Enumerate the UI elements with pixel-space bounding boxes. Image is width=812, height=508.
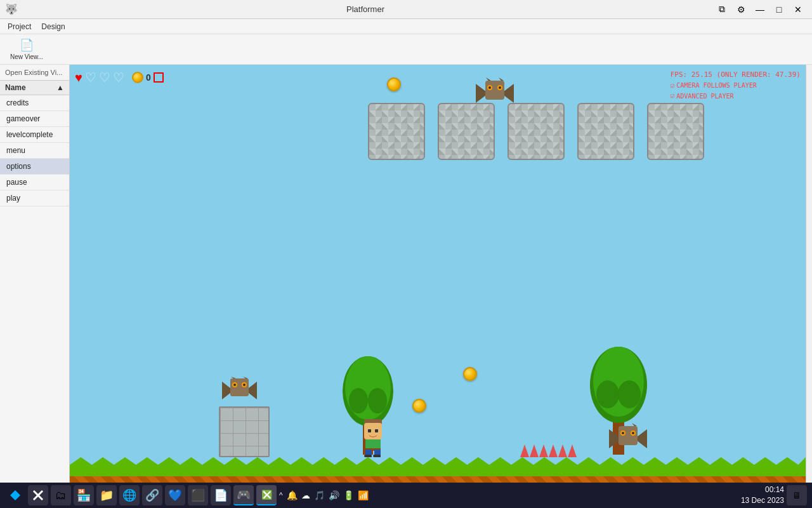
close-button[interactable]: ✕ xyxy=(789,3,807,16)
camera-follows-label: CAMERA FOLLOWS PLAYER xyxy=(676,81,756,90)
collapse-icon[interactable]: ▲ xyxy=(56,83,64,92)
sidebar-item-play[interactable]: play xyxy=(0,190,69,206)
taskbar-text[interactable]: 📄 xyxy=(211,485,231,505)
platform-1 xyxy=(368,103,425,160)
sidebar-item-options[interactable]: options xyxy=(0,159,69,175)
svg-rect-30 xyxy=(368,429,371,432)
minimize-button[interactable]: — xyxy=(751,3,769,16)
svg-rect-40 xyxy=(619,426,638,445)
right-panel xyxy=(806,65,812,508)
advanced-player-row: ☑ ADVANCED PLAYER xyxy=(671,91,801,102)
taskbar-terminal[interactable]: ⬛ xyxy=(188,485,208,505)
ground-grass xyxy=(70,457,806,476)
svg-point-24 xyxy=(233,384,236,386)
spike-1 xyxy=(520,444,529,457)
taskbar-x-active[interactable]: ❎ xyxy=(256,485,277,505)
coin-top xyxy=(387,77,401,91)
sidebar-item-pause[interactable]: pause xyxy=(0,175,69,190)
svg-rect-2 xyxy=(485,81,504,100)
taskbar-file-manager[interactable]: 🗂 xyxy=(51,485,71,505)
taskbar-game[interactable]: 🎮 xyxy=(233,485,254,505)
main-area: Open Existing Vi... Name ▲ credits gameo… xyxy=(0,65,812,508)
chevron-up-icon[interactable]: ^ xyxy=(279,491,283,500)
svg-point-18 xyxy=(618,380,641,408)
heart-1: ♥ xyxy=(75,70,82,85)
enemy-top xyxy=(476,77,514,112)
enemy-right-bottom xyxy=(609,423,647,457)
taskbar-explorer[interactable]: 📁 xyxy=(96,485,117,505)
heart-3: ♡ xyxy=(99,70,110,85)
svg-point-13 xyxy=(368,388,387,413)
svg-rect-21 xyxy=(230,378,249,396)
svg-marker-8 xyxy=(499,77,504,81)
taskbar-network[interactable]: 🔗 xyxy=(142,485,162,505)
taskbar-clock[interactable]: 00:14 13 Dec 2023 xyxy=(741,485,784,506)
svg-point-5 xyxy=(488,86,491,89)
taskbar-start-icon[interactable] xyxy=(5,485,25,505)
menu-project[interactable]: Project xyxy=(3,21,36,32)
window-title: Platformer xyxy=(346,4,384,14)
show-desktop-button[interactable]: 🖥 xyxy=(787,485,807,505)
coin-count: 0 xyxy=(146,72,151,83)
sidebar-item-levelcomplete[interactable]: levelcomplete xyxy=(0,127,69,143)
sidebar-item-gameover[interactable]: gameover xyxy=(0,111,69,127)
svg-point-25 xyxy=(243,384,246,386)
fps-text: FPS: 25.15 (ONLY RENDER: 47.39) xyxy=(671,70,801,81)
restore-button[interactable]: □ xyxy=(770,3,788,16)
stone-block-left xyxy=(219,406,270,457)
svg-point-43 xyxy=(622,432,624,434)
menu-bar: Project Design xyxy=(0,19,812,34)
sidebar-header: Name ▲ xyxy=(0,81,69,95)
coin-display: 0 xyxy=(132,72,164,83)
taskbar: 🗂 🏪 📁 🌐 🔗 💙 ⬛ 📄 🎮 ❎ ^ 🔔 ☁ 🎵 🔊 🔋 📶 00:14 … xyxy=(0,483,812,508)
advanced-player-label: ADVANCED PLAYER xyxy=(676,91,733,101)
heart-2: ♡ xyxy=(85,70,96,85)
volume-icon[interactable]: 🔊 xyxy=(329,490,339,500)
fps-overlay: FPS: 25.15 (ONLY RENDER: 47.39) ☑ CAMERA… xyxy=(671,70,801,102)
split-icon[interactable]: ⧉ xyxy=(713,3,731,16)
taskbar-x-logo[interactable] xyxy=(28,485,48,505)
new-view-button[interactable]: 📄 New View... xyxy=(5,36,48,63)
svg-rect-32 xyxy=(365,439,381,450)
toolbar: 📄 New View... xyxy=(0,34,812,65)
menu-design[interactable]: Design xyxy=(36,21,70,32)
new-view-icon: 📄 xyxy=(20,38,34,52)
svg-point-17 xyxy=(596,380,619,408)
spike-6 xyxy=(568,444,577,457)
platform-5 xyxy=(647,103,704,160)
app-logo: 🐺 xyxy=(5,3,18,15)
enemy-left xyxy=(222,377,257,408)
taskbar-store[interactable]: 🏪 xyxy=(74,485,94,505)
svg-marker-47 xyxy=(10,490,20,500)
title-bar-left: 🐺 xyxy=(5,3,18,15)
coin-mid-2 xyxy=(412,399,426,413)
svg-marker-26 xyxy=(231,377,236,378)
spike-5 xyxy=(558,444,567,457)
wifi-icon[interactable]: 📶 xyxy=(358,490,369,500)
notification-icon[interactable]: 🔔 xyxy=(287,490,298,500)
taskbar-vscode[interactable]: 💙 xyxy=(165,485,185,505)
sidebar-name-label: Name xyxy=(5,83,26,92)
audio-icon[interactable]: 🎵 xyxy=(314,490,325,500)
svg-point-12 xyxy=(349,388,368,413)
hud-coin-icon xyxy=(132,72,143,83)
sidebar-item-menu[interactable]: menu xyxy=(0,143,69,159)
clock-date: 13 Dec 2023 xyxy=(741,495,784,506)
svg-point-44 xyxy=(632,432,634,434)
svg-point-11 xyxy=(345,356,391,420)
svg-rect-31 xyxy=(375,429,378,432)
sidebar: Open Existing Vi... Name ▲ credits gameo… xyxy=(0,65,70,508)
settings-icon[interactable]: ⚙ xyxy=(732,3,750,16)
sidebar-item-credits[interactable]: credits xyxy=(0,95,69,111)
health-box xyxy=(154,72,164,83)
game-area: ♥ ♡ ♡ ♡ 0 FPS: 25.15 (ONLY RENDER: 47.39… xyxy=(70,65,806,508)
spike-3 xyxy=(539,444,548,457)
taskbar-browser[interactable]: 🌐 xyxy=(119,485,140,505)
coin-mid-1 xyxy=(463,367,477,381)
svg-marker-27 xyxy=(243,377,248,378)
hud: ♥ ♡ ♡ ♡ 0 xyxy=(75,70,164,85)
svg-marker-7 xyxy=(486,77,491,81)
battery-icon[interactable]: 🔋 xyxy=(343,490,354,500)
cloud-icon[interactable]: ☁ xyxy=(301,490,310,500)
player xyxy=(362,419,384,457)
